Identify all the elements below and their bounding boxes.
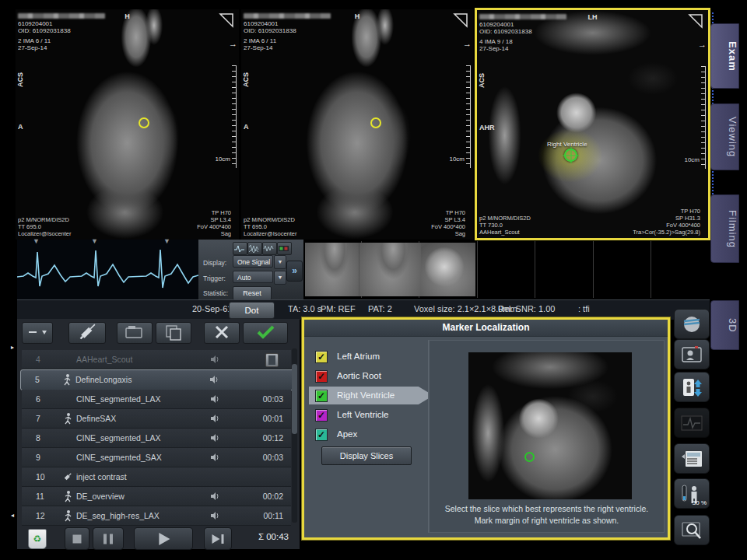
dialog-title: Marker Localization (304, 320, 668, 337)
slice-nav-arrow-icon[interactable]: → (698, 40, 707, 49)
sound-icon (209, 510, 220, 521)
inject-contrast-button[interactable] (68, 322, 106, 344)
all-signals-icon[interactable] (247, 242, 262, 255)
image-header: 6109204001 OID: 61092031838 2 IMA 6 / 11… (244, 12, 331, 51)
protocol-scrollbar[interactable] (292, 348, 297, 523)
ecg-waveform (17, 240, 198, 299)
open-protocol-button[interactable] (117, 322, 153, 344)
instruction-line-2: Mark margin of right ventricle as shown. (430, 515, 664, 527)
dot-button[interactable]: Dot (229, 302, 275, 319)
patient-name-redacted (479, 14, 566, 19)
browse-search-button[interactable] (674, 515, 710, 545)
protocol-row-10[interactable]: 10 inject contrast (22, 467, 291, 487)
corner-rotate-icon[interactable] (453, 12, 468, 28)
sound-icon (209, 354, 220, 365)
display-select[interactable]: One Signal (233, 255, 273, 268)
protocol-row-9[interactable]: 9 CINE_segmented_SAX 00:03 (22, 448, 291, 467)
physio-signal-button[interactable] (674, 408, 710, 438)
scroll-down-arrow-icon[interactable]: ◂ (11, 512, 14, 519)
display-select-arrow-icon[interactable]: ▼ (274, 255, 286, 269)
protocol-row-7[interactable]: 7 DefineSAX 00:01 (22, 409, 291, 429)
thumbnail-1[interactable] (303, 241, 362, 298)
person-icon (62, 509, 73, 522)
signal-status-icon[interactable] (277, 242, 292, 255)
reset-button[interactable]: Reset (233, 286, 272, 300)
image-footer-right: TP H70SP H31.3FoV 400*400Tra>Cor(-35.2)>… (633, 208, 700, 236)
queue-mode-dropdown[interactable] (22, 322, 53, 344)
corner-rotate-icon[interactable] (688, 13, 703, 29)
protocol-row-12[interactable]: 12 DE_seg_high-res_LAX 00:11 (22, 506, 291, 526)
row-name: DE_seg_high-res_LAX (76, 511, 160, 520)
slice-nav-arrow-icon[interactable]: → (229, 39, 237, 48)
tab-exam[interactable]: Exam (710, 23, 739, 89)
cancel-button[interactable] (204, 322, 240, 344)
thumbnail-3[interactable] (419, 241, 478, 298)
protocol-info-button[interactable] (674, 443, 710, 474)
thumbnail-empty[interactable] (594, 241, 652, 298)
recycle-bin-icon[interactable]: ♻ (28, 529, 47, 549)
head-position-button[interactable] (674, 309, 710, 339)
sar-level-button[interactable]: 30 % (674, 478, 710, 509)
mri-panel-2[interactable]: 6109204001 OID: 61092031838 2 IMA 6 / 11… (241, 9, 473, 240)
marker-apex[interactable]: ✓ Apex (309, 425, 426, 443)
marker-aortic-root[interactable]: ✓ Aortic Root (309, 367, 426, 385)
scroll-up-arrow-icon[interactable]: ▸ (11, 344, 14, 351)
scanner-console-screen: 6109204001 OID: 61092031838 2 IMA 6 / 11… (0, 0, 747, 560)
checkbox-apex[interactable]: ✓ (315, 429, 328, 441)
reference-image[interactable] (468, 352, 632, 499)
trigger-select-arrow-icon[interactable]: ▼ (274, 271, 286, 285)
stop-button[interactable] (65, 527, 89, 550)
marker-left-atrium[interactable]: ✓ Left Atrium (309, 348, 426, 366)
slice-nav-arrow-icon[interactable]: → (463, 39, 472, 48)
marker-left-ventricle[interactable]: ✓ Left Ventricle (309, 406, 426, 424)
tab-filming[interactable]: Filming (710, 194, 739, 263)
checkbox-left-atrium[interactable]: ✓ (315, 351, 328, 363)
row-name: CINE_segmented_LAX (76, 433, 161, 443)
thumbnail-empty[interactable] (535, 241, 594, 298)
one-signal-icon[interactable] (233, 242, 247, 255)
protocol-list: 4 AAHeart_Scout 5 DefineLongaxis 6 CINE_… (17, 347, 300, 526)
protocol-row-11[interactable]: 11 DE_overview 00:02 (22, 487, 291, 506)
mri-panel-1[interactable]: 6109204001 OID: 61092031838 2 IMA 6 / 11… (16, 9, 239, 240)
confirm-button[interactable] (243, 322, 288, 344)
right-ventricle-label: Right Ventricle (547, 141, 587, 148)
row-duration: 00:02 (263, 492, 283, 501)
expand-physio-button[interactable]: » (286, 261, 303, 282)
play-button[interactable] (134, 527, 193, 550)
thumbnail-empty[interactable] (651, 241, 710, 298)
row-number: 5 (35, 375, 51, 384)
right-ventricle-marker-icon[interactable] (564, 149, 577, 162)
tab-viewing[interactable]: Viewing (710, 103, 739, 170)
pause-button[interactable] (93, 527, 124, 550)
marker-right-ventricle-selected[interactable]: ✓ Right Ventricle (309, 387, 433, 404)
scan-date: 27-Sep-14 (244, 44, 331, 51)
image-footer-left: p2 M/NORM/DIS2DTT 730.0AAHeart_Scout (479, 215, 531, 236)
checkbox-aortic-root[interactable]: ✓ (315, 370, 328, 383)
skip-to-end-button[interactable] (204, 527, 232, 550)
row-duration: 00:12 (263, 433, 283, 443)
thumbnail-2[interactable] (362, 241, 420, 298)
marker-label: Left Atrium (337, 352, 380, 361)
protocol-row-8[interactable]: 8 CINE_segmented_LAX 00:12 (22, 429, 291, 448)
checkbox-left-ventricle[interactable]: ✓ (315, 409, 328, 422)
protocol-row-6[interactable]: 6 CINE_segmented_LAX 00:03 (22, 390, 291, 409)
copy-protocol-button[interactable] (156, 322, 191, 344)
total-time: Σ 00:43 (258, 532, 289, 541)
orientation-top: H (124, 12, 130, 20)
protocol-row-4[interactable]: 4 AAHeart_Scout (22, 350, 291, 369)
patient-position-button[interactable] (674, 372, 710, 402)
checkbox-right-ventricle[interactable]: ✓ (315, 390, 328, 402)
person-icon (62, 490, 73, 502)
tab-3d[interactable]: 3D (710, 300, 739, 350)
display-slices-button[interactable]: Display Slices (321, 446, 412, 465)
image-review-button[interactable] (674, 339, 710, 369)
row-number: 9 (36, 453, 51, 462)
test-signal-icon[interactable] (262, 242, 277, 255)
protocol-row-5-selected[interactable]: 5 DefineLongaxis (20, 369, 296, 390)
isocenter-marker-icon (139, 117, 149, 128)
thumbnail-empty[interactable] (478, 241, 536, 298)
corner-rotate-icon[interactable] (219, 12, 234, 28)
mri-panel-3-selected[interactable]: 6109204001 OID: 61092031838 4 IMA 9 / 18… (475, 8, 710, 240)
acquisition-time: TA: 3.0 s (288, 304, 321, 313)
trigger-select[interactable]: Auto (233, 271, 273, 283)
